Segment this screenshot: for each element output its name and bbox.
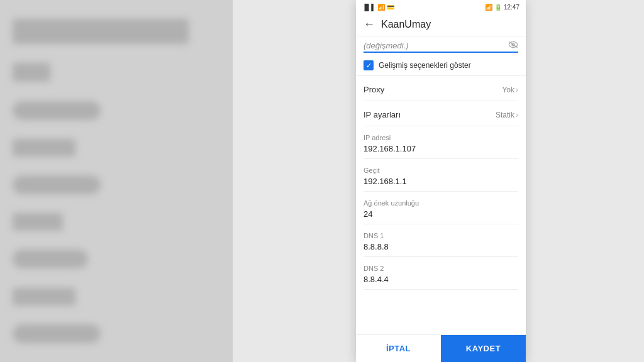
bottom-buttons: İPTAL KAYDET (356, 334, 526, 362)
dns2-label: DNS 2 (364, 265, 518, 272)
dns2-value[interactable]: 8.8.4.4 (364, 275, 518, 284)
prefix-length-value[interactable]: 24 (364, 209, 518, 219)
blur-block-2 (13, 63, 50, 82)
proxy-chevron: › (516, 85, 518, 94)
ip-settings-label: IP ayarları (364, 110, 401, 119)
blur-block-4 (13, 139, 75, 156)
prefix-length-field: Ağ önek uzunluğu 24 (364, 192, 518, 224)
proxy-label: Proxy (364, 85, 384, 94)
advanced-options-row[interactable]: ✓ Gelişmiş seçenekleri göster (356, 55, 526, 76)
proxy-row[interactable]: Proxy Yok › (364, 76, 518, 101)
prefix-length-label: Ağ önek uzunluğu (364, 199, 518, 207)
blur-block-5 (13, 175, 101, 194)
bluetooth-icon: 📶 (485, 4, 492, 11)
ip-address-field: IP adresi 192.168.1.107 (364, 126, 518, 159)
header: ← KaanUmay (356, 13, 526, 36)
back-button[interactable]: ← (364, 18, 375, 31)
ip-settings-chevron: › (516, 111, 518, 119)
gateway-value[interactable]: 192.168.1.1 (364, 177, 518, 186)
status-right: 📶 🔋 12:47 (485, 4, 519, 11)
blur-block-8 (13, 288, 75, 305)
ip-address-label: IP adresi (364, 134, 518, 141)
blurred-background (0, 0, 233, 362)
wifi-icon: 📶 (377, 4, 385, 11)
battery-icon: 🔋 (494, 4, 502, 11)
blur-block-6 (13, 213, 63, 231)
gateway-label: Geçit (364, 167, 518, 174)
blur-block-1 (13, 19, 189, 44)
password-input[interactable]: (değişmedi.) (364, 41, 508, 50)
extra-icon: 💳 (387, 4, 394, 11)
eye-icon[interactable] (508, 40, 518, 50)
blur-block-9 (13, 324, 101, 343)
dns1-label: DNS 1 (364, 232, 518, 239)
settings-content: Proxy Yok › IP ayarları Statik › IP adre… (356, 76, 526, 334)
blur-block-7 (13, 250, 88, 268)
proxy-value-container: Yok › (502, 85, 518, 94)
proxy-value: Yok (502, 85, 514, 94)
advanced-options-label: Gelişmiş seçenekleri göster (379, 61, 471, 70)
dns1-field: DNS 1 8.8.8.8 (364, 224, 518, 257)
status-left: ▐▌▌ 📶 💳 (362, 4, 394, 11)
signal-icon: ▐▌▌ (362, 4, 375, 11)
ip-address-value[interactable]: 192.168.1.107 (364, 144, 518, 153)
ip-settings-value: Statik (496, 111, 514, 119)
save-button[interactable]: KAYDET (441, 335, 526, 362)
dns2-field: DNS 2 8.8.4.4 (364, 257, 518, 290)
page-title: KaanUmay (381, 19, 431, 30)
password-field-container: (değişmedi.) (364, 40, 518, 53)
phone-panel: ▐▌▌ 📶 💳 📶 🔋 12:47 ← KaanUmay (değişmedi.… (356, 0, 526, 362)
cancel-button[interactable]: İPTAL (356, 335, 441, 362)
time-display: 12:47 (504, 4, 519, 11)
gateway-field: Geçit 192.168.1.1 (364, 159, 518, 192)
ip-settings-row[interactable]: IP ayarları Statik › (364, 101, 518, 126)
ip-settings-value-container: Statik › (496, 111, 518, 119)
status-bar: ▐▌▌ 📶 💳 📶 🔋 12:47 (356, 0, 526, 13)
blur-block-3 (13, 101, 101, 120)
advanced-checkbox[interactable]: ✓ (364, 60, 374, 70)
dns1-value[interactable]: 8.8.8.8 (364, 242, 518, 251)
